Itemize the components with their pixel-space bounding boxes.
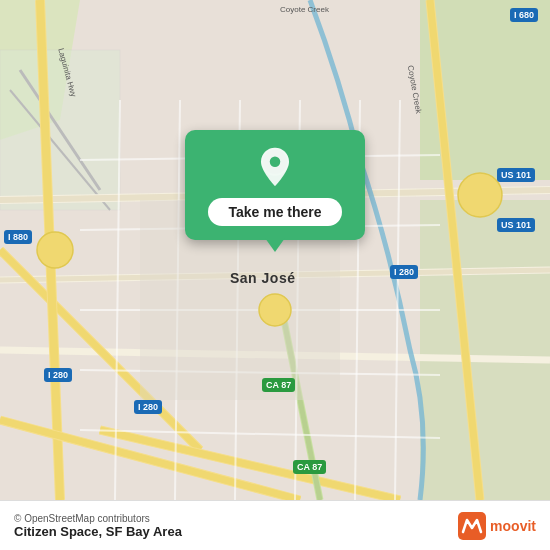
badge-ca87-1: CA 87	[262, 378, 295, 392]
badge-i280-1: I 280	[390, 265, 418, 279]
svg-rect-2	[420, 200, 550, 500]
moovit-text: moovit	[490, 518, 536, 534]
badge-i880: I 880	[4, 230, 32, 244]
map-container: Coyote Creek Coyote Creek Laguinita Hwy …	[0, 0, 550, 500]
svg-point-36	[37, 232, 73, 268]
svg-point-38	[259, 294, 291, 326]
svg-point-41	[270, 157, 281, 168]
city-label: San José	[230, 270, 295, 286]
badge-i280-2: I 280	[44, 368, 72, 382]
bottom-bar: © OpenStreetMap contributors Citizen Spa…	[0, 500, 550, 550]
badge-us101-1: US 101	[497, 168, 535, 182]
badge-ca87-2: CA 87	[293, 460, 326, 474]
badge-i680: I 680	[510, 8, 538, 22]
bottom-left-info: © OpenStreetMap contributors Citizen Spa…	[14, 513, 182, 539]
badge-i280-3: I 280	[134, 400, 162, 414]
location-pin-icon	[254, 146, 296, 188]
moovit-icon	[458, 512, 486, 540]
location-name: Citizen Space, SF Bay Area	[14, 524, 182, 539]
svg-point-37	[458, 173, 502, 217]
popup-card: Take me there	[185, 130, 365, 240]
take-me-there-button[interactable]: Take me there	[208, 198, 341, 226]
moovit-logo: moovit	[458, 512, 536, 540]
road-label-coyote-creek-1: Coyote Creek	[280, 5, 329, 14]
badge-us101-2: US 101	[497, 218, 535, 232]
copyright-text: © OpenStreetMap contributors	[14, 513, 182, 524]
